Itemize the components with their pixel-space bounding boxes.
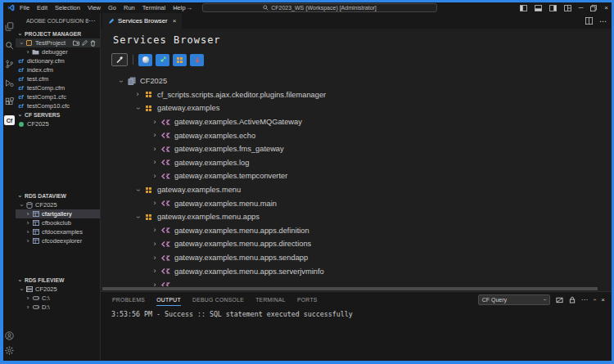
editor-more-icon[interactable]: ⋯	[599, 17, 607, 25]
tree-row-package[interactable]: › cf_scripts.scripts.ajax.ckeditor.plugi…	[101, 88, 612, 102]
command-center-search[interactable]: CF2023_WS (Workspace) [Administrator]	[202, 3, 437, 12]
project-row-index[interactable]: cf index.cfm	[16, 65, 100, 74]
dataview-row-cf2025[interactable]: › CF2025	[16, 200, 100, 209]
sidebar-header: ADOBE COLDFUSION BUIL... ⋯	[16, 13, 100, 29]
tab-services-browser[interactable]: Services Browser ×	[102, 13, 182, 29]
coldfusion-extension-icon[interactable]: Cf	[4, 115, 15, 125]
extensions-icon[interactable]	[3, 92, 16, 111]
search-view-icon[interactable]	[3, 36, 16, 55]
dataview-row-cfdocexamples[interactable]: › cfdocexamples	[16, 227, 100, 236]
rds-config-button[interactable]	[111, 53, 128, 66]
explorer-icon[interactable]	[3, 17, 16, 36]
toggle-secondary-sidebar-icon[interactable]	[549, 5, 557, 11]
tab-label: Services Browser	[118, 17, 168, 25]
project-row-testcomp[interactable]: cf testComp.cfm	[16, 83, 100, 92]
item-label: index.cfm	[27, 66, 53, 74]
fileview-row-c-drive[interactable]: › C:\	[16, 294, 100, 303]
tree-row-component[interactable]: › gateway.examples.tempconverter	[101, 169, 612, 183]
menu-edit[interactable]: Edit	[37, 4, 47, 11]
menu-terminal[interactable]: Terminal	[142, 4, 165, 11]
dataview-row-cfartgallery[interactable]: › cfartgallery	[16, 209, 100, 218]
toggle-sidebar-icon[interactable]	[520, 5, 527, 11]
project-row-testproject[interactable]: › TestProject	[16, 38, 100, 47]
forward-icon[interactable]: →	[186, 4, 192, 11]
show-gateways-button[interactable]	[190, 54, 204, 66]
tab-problems[interactable]: PROBLEMS	[112, 294, 145, 305]
close-window-button[interactable]: ×	[604, 4, 608, 11]
tree-row-component[interactable]: › gateway.examples.ActiveMQGateway	[101, 115, 612, 129]
project-row-debugger[interactable]: › debugger	[16, 47, 100, 56]
tree-row-component[interactable]: › gateway.examples.menu.apps.serverjvmin…	[101, 264, 612, 278]
minimize-button[interactable]: ─	[579, 4, 584, 11]
trash-icon[interactable]	[90, 40, 96, 47]
project-row-test[interactable]: cf test.cfm	[16, 74, 100, 83]
item-label: cfdocexamples	[42, 228, 83, 236]
section-project-manager: › PROJECT MANAGER › TestProject ›	[16, 29, 100, 110]
settings-gear-icon[interactable]	[5, 346, 14, 355]
menu-go[interactable]: Go	[108, 4, 116, 11]
tree-row-component[interactable]: › gateway.examples.menu.apps.sendapp	[101, 251, 612, 265]
panel-tabs: PROBLEMS OUTPUT DEBUG CONSOLE TERMINAL P…	[112, 292, 318, 307]
section-header-project-manager[interactable]: › PROJECT MANAGER	[16, 29, 100, 38]
tab-bar: Services Browser × ⋯	[101, 13, 612, 29]
tree-label: gateway.examples.menu.apps.directions	[174, 240, 311, 248]
account-icon[interactable]	[5, 331, 14, 340]
sidebar: ADOBE COLDFUSION BUIL... ⋯ › PROJECT MAN…	[16, 13, 101, 361]
project-row-dictionary[interactable]: cf dictionary.cfm	[16, 56, 100, 65]
tree-row-component[interactable]: › gateway.examples.menu.apps.directions	[101, 237, 612, 251]
project-row-testcomp10[interactable]: cf testComp10.cfc	[16, 101, 100, 110]
edit-pencil-icon[interactable]	[82, 40, 88, 46]
back-icon[interactable]: ←	[173, 4, 179, 11]
tree-row-component[interactable]: › gateway.examples.echo	[101, 128, 612, 142]
cfc-component-icon	[161, 240, 170, 248]
chevron-right-icon: ›	[151, 227, 158, 234]
panel-more-icon[interactable]: ⋯	[581, 296, 588, 303]
show-packages-button[interactable]	[173, 54, 187, 66]
section-rds-fileview: › RDS FILEVIEW › CF2025 › C:\ › D:\	[16, 276, 100, 312]
project-row-testcomp1[interactable]: cf testComp1.cfc	[16, 92, 100, 101]
tree-row-package[interactable]: › gateway.examples.menu	[101, 183, 612, 197]
menu-selection[interactable]: Selection	[55, 4, 80, 11]
red-marker-icon	[194, 56, 201, 63]
tree-row-component[interactable]: › gateway.examples.log	[101, 156, 612, 170]
tab-close-icon[interactable]: ×	[173, 17, 177, 25]
menu-file[interactable]: File	[20, 4, 29, 11]
section-header-rds-fileview[interactable]: › RDS FILEVIEW	[16, 276, 100, 285]
lock-icon[interactable]	[569, 296, 576, 303]
maximize-panel-icon[interactable]: ›	[590, 299, 598, 301]
split-editor-icon[interactable]	[585, 17, 593, 25]
sidebar-more-icon[interactable]: ⋯	[88, 17, 95, 25]
section-label: PROJECT MANAGER	[25, 31, 81, 37]
tab-output[interactable]: OUTPUT	[156, 294, 181, 306]
scrollbar-thumb[interactable]	[102, 287, 598, 290]
tree-row-component[interactable]: › gateway.examples.menu.main	[101, 196, 612, 210]
show-webservices-button[interactable]	[138, 54, 152, 66]
tree-row-package[interactable]: › gateway.examples	[101, 101, 612, 115]
output-channel-select[interactable]: CF Query ›	[478, 294, 550, 305]
tree-root-cf2025[interactable]: › CF2025	[101, 74, 612, 88]
tree-row-component[interactable]: › gateway.examples.menu.apps.definition	[101, 224, 612, 238]
close-panel-icon[interactable]: ×	[601, 296, 605, 303]
run-debug-icon[interactable]	[3, 74, 16, 92]
clear-output-icon[interactable]	[556, 296, 563, 303]
tab-ports[interactable]: PORTS	[297, 294, 318, 305]
section-header-cf-servers[interactable]: › CF SERVERS	[16, 110, 100, 119]
menu-view[interactable]: View	[88, 4, 101, 11]
customize-layout-icon[interactable]	[564, 5, 571, 11]
restore-button[interactable]	[590, 5, 597, 11]
fileview-row-d-drive[interactable]: › D:\	[16, 303, 100, 312]
show-functions-button[interactable]	[156, 54, 169, 66]
source-control-icon[interactable]	[3, 55, 16, 74]
tab-debug-console[interactable]: DEBUG CONSOLE	[192, 294, 244, 305]
menu-run[interactable]: Run	[124, 4, 135, 11]
tree-row-component[interactable]: › gateway.examples.fms_gateway	[101, 142, 612, 156]
dataview-row-cfcodeexplorer[interactable]: › cfcodeexplorer	[16, 236, 100, 245]
server-row-cf2025[interactable]: CF2025	[16, 119, 100, 128]
dataview-row-cfbookclub[interactable]: › cfbookclub	[16, 218, 100, 227]
tree-row-package[interactable]: › gateway.examples.menu.apps	[101, 210, 612, 224]
toggle-panel-icon[interactable]	[535, 5, 542, 11]
tab-terminal[interactable]: TERMINAL	[255, 294, 286, 305]
new-folder-icon[interactable]	[73, 40, 79, 46]
section-header-rds-dataview[interactable]: › RDS DATAVIEW	[16, 191, 100, 200]
fileview-row-cf2025[interactable]: › CF2025	[16, 285, 100, 294]
